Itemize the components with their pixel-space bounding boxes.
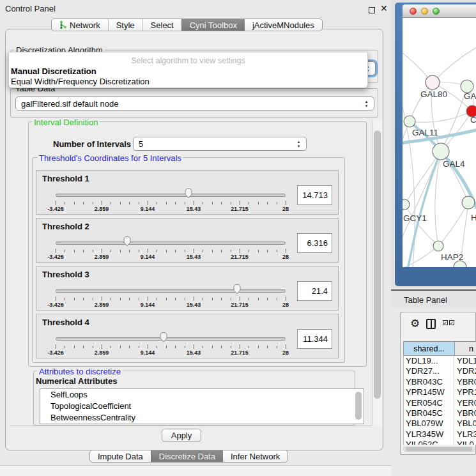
ruler-tick bbox=[194, 344, 194, 349]
table-row[interactable]: YBR045CYBR0 bbox=[404, 408, 476, 418]
horizontal-scrollbar[interactable] bbox=[403, 447, 475, 452]
threshold-value-field[interactable]: 6.316 bbox=[297, 233, 332, 253]
cell-shared-name: YBL079W bbox=[406, 418, 443, 429]
node[interactable] bbox=[461, 80, 473, 93]
tab-discretize-data[interactable]: Discretize Data bbox=[151, 450, 223, 462]
attribute-list-item[interactable]: BetweennessCentrality bbox=[40, 412, 364, 424]
numerical-attributes-list[interactable]: SelfLoopsTopologicalCoefficientBetweenne… bbox=[40, 388, 364, 424]
ruler-tick bbox=[148, 296, 148, 301]
scrollbar-thumb[interactable] bbox=[406, 447, 472, 451]
node-gal11[interactable] bbox=[404, 116, 415, 127]
table-row[interactable]: YIL052CYIL0 bbox=[404, 440, 476, 445]
ruler-tick bbox=[129, 202, 130, 204]
ruler-tick bbox=[74, 298, 75, 300]
ruler-tick bbox=[194, 201, 194, 205]
ruler-tick bbox=[111, 202, 111, 204]
cell-name: YLR3 bbox=[457, 429, 476, 440]
tab-impute-data[interactable]: Impute Data bbox=[90, 450, 151, 462]
dropdown-option-equal-width[interactable]: Equal Width/Frequency Discretization bbox=[11, 77, 366, 87]
node-gal80[interactable] bbox=[426, 75, 440, 89]
cell-shared-name: YIL052C bbox=[406, 440, 438, 445]
ruler-tick bbox=[175, 346, 176, 348]
network-canvas[interactable]: GAL80GACGAL11GAL4GCY1HHAP2 bbox=[403, 18, 476, 267]
ruler-tick-label: 2.859 bbox=[95, 254, 109, 260]
float-panel-icon[interactable] bbox=[369, 7, 375, 13]
ruler-tick bbox=[277, 298, 277, 300]
num-intervals-combobox[interactable]: 5 ▲▼ bbox=[133, 137, 307, 151]
slider-track[interactable] bbox=[56, 337, 286, 341]
ruler-tick bbox=[249, 250, 249, 252]
tab-cyni-toolbox[interactable]: Cyni Toolbox bbox=[181, 19, 245, 31]
node-gal4[interactable] bbox=[433, 143, 449, 160]
ruler-tick bbox=[221, 202, 222, 204]
tab-jactivemnodules[interactable]: jActiveMNodules bbox=[245, 19, 322, 31]
ruler-tick bbox=[83, 298, 84, 300]
ruler-tick bbox=[102, 201, 102, 205]
ruler-tick-label: 2.859 bbox=[95, 349, 109, 356]
apply-button[interactable]: Apply bbox=[162, 429, 201, 442]
column-header-shared-name[interactable]: shared... bbox=[403, 341, 454, 356]
panel-title: Control Panel bbox=[5, 4, 56, 13]
combo-arrows-icon: ▲▼ bbox=[296, 139, 302, 150]
table-row[interactable]: YBL079WYBL0 bbox=[404, 418, 476, 429]
checkbox-icon[interactable]: ✓ bbox=[449, 320, 454, 325]
cell-shared-name: YBR043C bbox=[406, 377, 443, 387]
ruler-tick bbox=[249, 202, 249, 204]
split-columns-icon[interactable] bbox=[426, 319, 436, 329]
slider-thumb[interactable] bbox=[123, 236, 132, 247]
column-header-name[interactable]: n bbox=[454, 341, 476, 356]
ruler-tick bbox=[286, 249, 286, 253]
ruler-tick-label: 15.43 bbox=[187, 206, 201, 212]
node-gcy1[interactable] bbox=[403, 199, 410, 210]
num-intervals-label: Number of Intervals bbox=[53, 139, 131, 149]
table-row[interactable]: YDL19...YDL1 bbox=[404, 356, 476, 366]
table-row[interactable]: YPR145WYPR1 bbox=[404, 387, 476, 397]
table-row[interactable]: YLR345WYLR3 bbox=[404, 429, 476, 440]
tab-network[interactable]: Network bbox=[52, 19, 108, 31]
threshold-value-field[interactable]: 11.344 bbox=[297, 329, 332, 349]
column-divider bbox=[454, 356, 454, 445]
attribute-list-item[interactable]: SelfLoops bbox=[40, 389, 364, 401]
threshold-label: Threshold 3 bbox=[42, 270, 89, 279]
attribute-list-item[interactable]: TopologicalCoefficient bbox=[40, 401, 364, 412]
gear-icon[interactable]: ⚙ bbox=[410, 317, 420, 330]
threshold-value-field[interactable]: 14.713 bbox=[297, 185, 332, 205]
scrollbar-thumb[interactable] bbox=[355, 392, 362, 420]
checkbox-icon[interactable]: ✓ bbox=[443, 320, 448, 325]
node[interactable] bbox=[462, 196, 475, 209]
node-label: H bbox=[471, 213, 476, 222]
table-row[interactable]: YER054CYER0 bbox=[404, 398, 476, 408]
threshold-value-field[interactable]: 21.4 bbox=[297, 281, 332, 301]
main-vertical-scrollbar[interactable] bbox=[372, 119, 382, 426]
table-data-combobox[interactable]: galFiltered.sif default node ▲▼ bbox=[15, 96, 374, 111]
ruler-tick bbox=[83, 202, 84, 204]
slider-thumb[interactable] bbox=[184, 188, 193, 199]
close-icon[interactable]: ✕ bbox=[380, 3, 388, 13]
node-hap2[interactable] bbox=[433, 241, 443, 251]
cell-name: YIL0 bbox=[457, 440, 474, 445]
slider-track[interactable] bbox=[56, 194, 286, 197]
threshold-panel-1: Threshold 1-3.4262.8599.14415.4321.71528… bbox=[36, 170, 339, 215]
node-label: GAL4 bbox=[443, 159, 465, 169]
ruler-tick bbox=[286, 296, 286, 301]
table-row[interactable]: YBR043CYBR0 bbox=[404, 377, 476, 387]
slider-track[interactable] bbox=[56, 242, 286, 245]
tab-infer-network[interactable]: Infer Network bbox=[223, 450, 288, 462]
table-row[interactable]: YDR27...YDR2 bbox=[404, 366, 476, 376]
ruler-tick-label: 21.715 bbox=[231, 206, 249, 212]
ruler-tick bbox=[157, 250, 157, 252]
ruler-tick bbox=[267, 346, 268, 348]
slider-thumb[interactable] bbox=[233, 284, 242, 295]
slider-thumb[interactable] bbox=[159, 332, 168, 342]
slider-track[interactable] bbox=[56, 289, 286, 293]
tab-select[interactable]: Select bbox=[142, 19, 181, 31]
close-traffic-light-icon[interactable] bbox=[410, 8, 417, 15]
list-scrollbar[interactable] bbox=[355, 390, 362, 424]
dropdown-option-manual[interactable]: Manual Discretization bbox=[11, 66, 366, 77]
minimize-traffic-light-icon[interactable] bbox=[421, 8, 428, 15]
network-window-titlebar[interactable] bbox=[403, 4, 476, 18]
tab-style[interactable]: Style bbox=[108, 19, 142, 31]
ruler-tick bbox=[93, 250, 93, 252]
scrollbar-thumb[interactable] bbox=[374, 130, 381, 399]
zoom-traffic-light-icon[interactable] bbox=[433, 8, 440, 15]
